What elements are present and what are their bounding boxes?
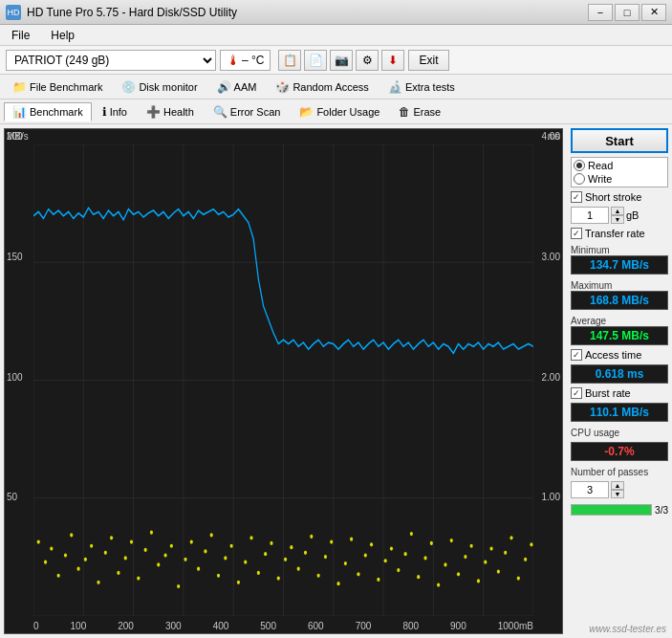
svg-point-48 — [249, 536, 252, 539]
svg-point-25 — [97, 581, 99, 584]
copy-icon-btn[interactable]: 📄 — [304, 50, 327, 71]
access-time-row[interactable]: Access time — [571, 349, 668, 361]
start-button[interactable]: Start — [571, 128, 668, 153]
error-scan-icon: 🔍 — [213, 105, 228, 119]
write-radio-row[interactable]: Write — [574, 173, 665, 185]
svg-point-22 — [77, 567, 80, 571]
svg-point-62 — [344, 561, 347, 565]
svg-point-24 — [90, 544, 93, 548]
download-icon-btn[interactable]: ⬇ — [381, 50, 404, 71]
title-bar-text: HD Tune Pro 5.75 - Hard Disk/SSD Utility — [27, 6, 237, 19]
svg-point-68 — [384, 559, 387, 562]
short-stroke-checkbox[interactable] — [571, 191, 582, 203]
short-stroke-label: Short stroke — [585, 191, 641, 203]
tab-random-access[interactable]: 🎲 Random Access — [267, 77, 377, 97]
tab-erase[interactable]: 🗑 Erase — [390, 102, 449, 121]
svg-point-54 — [290, 545, 293, 549]
svg-point-20 — [64, 554, 67, 558]
svg-point-37 — [177, 584, 180, 588]
average-value: 147.5 MB/s — [571, 326, 668, 345]
cpu-usage-value: -0.7% — [571, 442, 668, 461]
burst-rate-row[interactable]: Burst rate — [571, 387, 668, 399]
svg-point-51 — [270, 541, 272, 545]
short-stroke-input[interactable] — [571, 207, 609, 224]
average-label: Average — [571, 316, 668, 326]
settings-icon-btn[interactable]: ⚙ — [356, 50, 379, 71]
camera-icon-btn[interactable]: 📷 — [330, 50, 353, 71]
y-label-right-1: 3.00 — [542, 252, 560, 262]
menu-bar: File Help — [0, 25, 672, 46]
passes-bar-container: 3/3 — [571, 504, 668, 516]
read-radio[interactable] — [574, 160, 585, 171]
minimize-button[interactable]: − — [588, 4, 613, 21]
tab-health[interactable]: ➕ Health — [138, 102, 203, 121]
svg-point-41 — [204, 549, 206, 553]
svg-point-85 — [497, 569, 500, 573]
tab-error-scan[interactable]: 🔍 Error Scan — [205, 102, 290, 121]
spin-down-button[interactable]: ▼ — [611, 215, 624, 224]
tab-file-benchmark[interactable]: 📁 File Benchmark — [4, 77, 111, 97]
write-radio[interactable] — [574, 173, 585, 185]
passes-input[interactable] — [571, 481, 609, 498]
info-icon-btn[interactable]: 📋 — [278, 50, 301, 71]
tab-bar-2: 📊 Benchmark ℹ Info ➕ Health 🔍 Error Scan… — [0, 99, 672, 124]
menu-file[interactable]: File — [6, 27, 35, 44]
svg-point-26 — [104, 551, 107, 555]
svg-point-28 — [117, 571, 119, 575]
y-label-left-3: 50 — [7, 492, 23, 502]
drive-selector[interactable]: PATRIOT (249 gB) — [6, 50, 216, 71]
transfer-rate-row[interactable]: Transfer rate — [571, 228, 668, 239]
benchmark-icon: 📊 — [12, 105, 27, 119]
x-label-0: 0 — [33, 621, 39, 631]
access-time-checkbox[interactable] — [571, 349, 582, 361]
svg-point-27 — [110, 536, 113, 539]
burst-rate-checkbox[interactable] — [571, 387, 582, 399]
svg-point-78 — [450, 539, 453, 542]
minimum-label: Minimum — [571, 245, 668, 255]
menu-help[interactable]: Help — [45, 27, 80, 44]
close-button[interactable]: ✕ — [641, 4, 666, 21]
temp-value: – °C — [242, 54, 264, 67]
exit-button[interactable]: Exit — [408, 50, 448, 71]
short-stroke-spin-row: ▲ ▼ gB — [571, 207, 668, 224]
svg-point-63 — [350, 538, 353, 541]
main-content: MB/s ms 200 150 100 50 4.00 3.00 2.00 1.… — [0, 124, 672, 638]
file-benchmark-icon: 📁 — [12, 80, 27, 94]
svg-point-43 — [217, 574, 220, 578]
aam-icon: 🔊 — [217, 80, 231, 94]
tab-extra-tests[interactable]: 🔬 Extra tests — [379, 77, 464, 97]
health-icon: ➕ — [146, 105, 161, 119]
x-label-7: 700 — [356, 621, 372, 631]
toolbar-icons: 📋 📄 📷 ⚙ ⬇ — [278, 50, 404, 71]
tab-disk-monitor[interactable]: 💿 Disk monitor — [113, 77, 206, 97]
tab-folder-usage[interactable]: 📂 Folder Usage — [291, 102, 388, 121]
svg-point-38 — [184, 558, 186, 561]
access-time-label: Access time — [585, 349, 641, 361]
passes-down-button[interactable]: ▼ — [611, 490, 624, 498]
y-label-left-1: 150 — [7, 252, 23, 262]
svg-point-36 — [170, 544, 173, 548]
spin-up-button[interactable]: ▲ — [611, 207, 624, 215]
title-bar-controls[interactable]: − □ ✕ — [588, 4, 666, 21]
passes-up-button[interactable]: ▲ — [611, 481, 624, 490]
transfer-rate-checkbox[interactable] — [571, 228, 582, 239]
tab-aam[interactable]: 🔊 AAM — [208, 77, 266, 97]
svg-point-29 — [124, 556, 127, 560]
x-label-6: 600 — [308, 621, 324, 631]
tab-info[interactable]: ℹ Info — [94, 102, 136, 121]
svg-point-70 — [397, 568, 400, 572]
tab-benchmark[interactable]: 📊 Benchmark — [4, 102, 92, 121]
chart-svg — [33, 144, 533, 616]
burst-rate-value: 110.1 MB/s — [571, 403, 668, 422]
short-stroke-row[interactable]: Short stroke — [571, 191, 668, 203]
svg-point-77 — [444, 562, 446, 566]
transfer-rate-label: Transfer rate — [585, 228, 645, 239]
read-write-group: Read Write — [571, 157, 668, 187]
passes-bar-background — [571, 504, 652, 516]
svg-point-45 — [230, 544, 233, 548]
maximize-button[interactable]: □ — [615, 4, 639, 21]
short-stroke-unit: gB — [626, 209, 639, 221]
svg-point-32 — [144, 548, 147, 552]
read-radio-row[interactable]: Read — [574, 160, 665, 171]
svg-point-84 — [489, 546, 492, 550]
